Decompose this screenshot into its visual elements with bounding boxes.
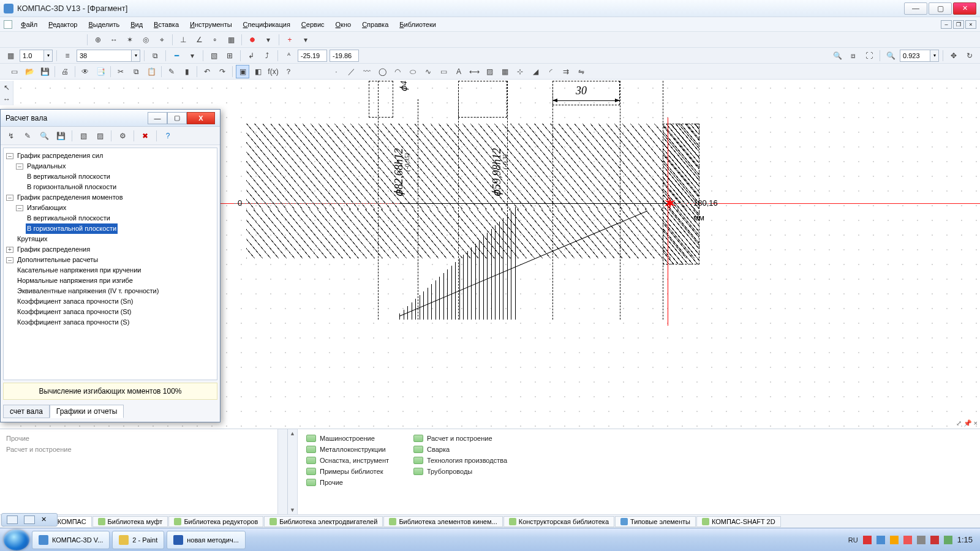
point-icon[interactable]: · (330, 65, 343, 78)
hatch2-icon[interactable]: ▨ (483, 65, 496, 78)
lang-indicator[interactable]: RU (848, 536, 858, 544)
snap-endpoint-icon[interactable]: ⊕ (91, 33, 105, 47)
color-swatch-icon[interactable] (246, 33, 259, 47)
tray-win-icon[interactable] (876, 536, 885, 544)
lib-item[interactable]: Машиностроение (306, 434, 389, 443)
props-icon[interactable]: ✎ (165, 65, 178, 78)
aero-switcher[interactable]: ✕ (1, 513, 58, 527)
dlg-gear-icon[interactable]: ⚙ (116, 129, 129, 143)
dialog-close[interactable]: X (187, 112, 215, 124)
axis-icon[interactable]: ⊹ (513, 65, 527, 78)
task-item[interactable]: КОМПАС-3D V... (32, 531, 110, 549)
tree-node[interactable]: Крутящих (16, 234, 49, 244)
task-item[interactable]: 2 - Paint (112, 531, 164, 549)
cut-icon[interactable]: ✂ (114, 65, 127, 78)
dialog-titlebar[interactable]: Расчет вала — ▢ X (1, 110, 220, 127)
dialog-tree[interactable]: –График распределения сил –Радиальных В … (3, 148, 217, 380)
zoom-input[interactable] (900, 50, 930, 62)
print-icon[interactable]: 🖨 (58, 65, 72, 78)
dlg-chart2-icon[interactable]: ▨ (93, 129, 107, 143)
menu-tools[interactable]: Инструменты (185, 20, 237, 29)
offset-icon[interactable]: ⇉ (559, 65, 573, 78)
coord-x-input[interactable] (298, 50, 327, 62)
tree-node[interactable]: В горизонтальной плоскости (26, 182, 118, 192)
menu-insert[interactable]: Вставка (149, 20, 184, 29)
menu-service[interactable]: Сервис (296, 20, 330, 29)
tree-node[interactable]: Коэффициент запаса прочности (Sn) (16, 296, 134, 307)
grid-toggle-icon[interactable]: ▦ (4, 49, 17, 62)
xy-icon[interactable]: ᴬ (282, 49, 295, 62)
tray-power-icon[interactable] (944, 536, 952, 544)
redo-icon[interactable]: ↷ (216, 65, 229, 78)
scale-input[interactable] (20, 50, 44, 62)
coord-y-input[interactable] (330, 50, 359, 62)
tree-node[interactable]: График распределения сил (16, 151, 104, 161)
circle-icon[interactable]: ◯ (375, 65, 389, 78)
rect-icon[interactable]: ▭ (437, 65, 450, 78)
maximize-button[interactable]: ▢ (929, 2, 952, 15)
lib-tab[interactable]: Библиотека элементов кинем... (383, 516, 502, 527)
dlg-help-icon[interactable]: ? (161, 129, 175, 143)
mdi-close[interactable]: × (965, 20, 976, 29)
snap-midpoint-icon[interactable]: ↔ (107, 33, 121, 47)
lib-tab[interactable]: КОМПАС-SHAFT 2D (696, 516, 781, 527)
dialog-tab[interactable]: Графики и отчеты (50, 405, 124, 418)
scale-combo[interactable]: ▾ (20, 50, 53, 62)
mode1-icon[interactable]: ▣ (236, 65, 249, 78)
tree-node[interactable]: Эквивалентные напряжения (IV т. прочност… (16, 286, 160, 296)
menu-help[interactable]: Справка (357, 20, 393, 29)
mdi-restore[interactable]: ❐ (953, 20, 964, 29)
tree-node[interactable]: Нормальные напряжения при изгибе (16, 276, 134, 286)
tree-node[interactable]: В вертикальной плоскости (26, 213, 111, 223)
document-icon[interactable] (4, 20, 12, 29)
left-scrollbar[interactable] (277, 429, 287, 514)
lib-scrollbar[interactable]: ▲▼ (288, 429, 298, 514)
chamfer-icon[interactable]: ◢ (529, 65, 542, 78)
snap-angle-icon[interactable]: ∠ (192, 33, 206, 47)
dropdown-icon[interactable]: ▾ (262, 33, 275, 47)
snap-tangent-icon[interactable]: ⌖ (155, 33, 168, 47)
tree-node-selected[interactable]: В горизонтальной плоскости (26, 223, 118, 234)
close-button[interactable]: ✕ (953, 2, 976, 15)
linestyle1-icon[interactable]: ━ (170, 49, 183, 62)
tree-node[interactable]: Дополнительные расчеты (16, 255, 99, 265)
menu-file[interactable]: Файл (16, 20, 42, 29)
zoom-combo[interactable]: ▾ (900, 50, 939, 62)
tree-node[interactable]: Касательные напряжения при кручении (16, 265, 142, 276)
polyline-icon[interactable]: 〰 (360, 65, 374, 78)
mode2-icon[interactable]: ◧ (251, 65, 265, 78)
zoom-dropdown-icon[interactable]: ▾ (930, 50, 939, 62)
undo-icon[interactable]: ↶ (200, 65, 214, 78)
menu-window[interactable]: Окно (331, 20, 356, 29)
var-icon[interactable]: f(x) (266, 65, 280, 78)
measure-tool-icon[interactable]: ↔ (1, 94, 12, 104)
lib-tab[interactable]: Библиотека электродвигателей (264, 516, 383, 527)
tray-clock[interactable]: 1:15 (957, 535, 973, 544)
snap-center-icon[interactable]: ◎ (139, 33, 153, 47)
tree-node[interactable]: График распределения (16, 244, 91, 255)
delete-icon[interactable]: ▮ (180, 65, 194, 78)
tray-kb-icon[interactable] (930, 536, 939, 544)
tray-vol-icon[interactable] (917, 536, 925, 544)
lib-tab[interactable]: Конструкторская библиотека (503, 516, 614, 527)
lib-tab[interactable]: Библиотека муфт (92, 516, 168, 527)
lib-item[interactable]: Расчет и построение (413, 434, 507, 443)
task-item[interactable]: новая методич... (167, 531, 246, 549)
dlg-edit-icon[interactable]: ✎ (21, 129, 34, 143)
aero-close-icon[interactable]: ✕ (41, 515, 52, 524)
redraw-icon[interactable]: ↻ (963, 49, 976, 62)
spec-icon[interactable]: 📑 (94, 65, 107, 78)
pan-icon[interactable]: ✥ (947, 49, 960, 62)
local-cs-icon[interactable]: ↲ (244, 49, 258, 62)
tree-node[interactable]: График распределения моментов (16, 192, 124, 203)
dropdown2-icon[interactable]: ▾ (299, 33, 312, 47)
dlg-delete-icon[interactable]: ✖ (138, 129, 152, 143)
menu-view[interactable]: Вид (126, 20, 148, 29)
tree-node[interactable]: Радиальных (26, 161, 67, 171)
table-icon[interactable]: ▦ (498, 65, 511, 78)
zoom-fit-icon[interactable]: ⛶ (862, 49, 876, 62)
dlg-run-icon[interactable]: ↯ (4, 129, 18, 143)
menu-select[interactable]: Выделить (83, 20, 124, 29)
snap-grid-icon[interactable]: ▦ (224, 33, 238, 47)
lineweight-input[interactable] (77, 50, 132, 62)
